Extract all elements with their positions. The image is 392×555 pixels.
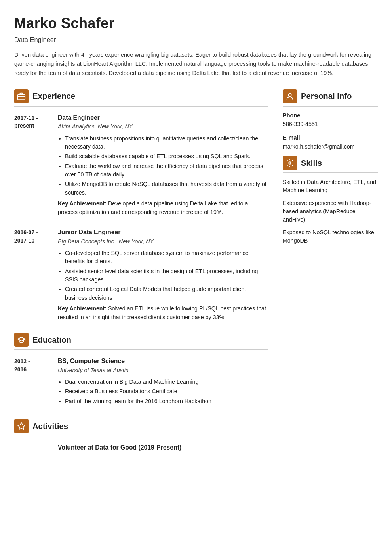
list-item: Build scalable databases capable of ETL …	[65, 152, 268, 161]
list-item: Dual concentration in Big Data and Machi…	[65, 378, 268, 386]
personal-info-header: Personal Info	[283, 89, 378, 103]
skills-title: Skills	[301, 157, 322, 169]
list-item: Assisted senior level data scientists in…	[65, 267, 268, 284]
list-item: Created coherent Logical Data Models tha…	[65, 285, 268, 302]
left-column: Experience 2017-11 - present Data Engine…	[14, 89, 268, 452]
list-item: Utilize MongoDB to create NoSQL database…	[65, 180, 268, 197]
edu1-dates: 2012 - 2016	[14, 356, 58, 408]
email-value: marko.h.schafer@gmail.com	[283, 143, 378, 151]
candidate-summary: Driven data engineer with 4+ years exper…	[14, 50, 378, 78]
phone-label: Phone	[283, 111, 378, 120]
skill-3: Exposed to NoSQL technologies like Mongo…	[283, 228, 378, 245]
experience-section-header: Experience	[14, 89, 268, 103]
education-icon	[14, 333, 29, 347]
skill-2: Extensive experience with Hadoop-based a…	[283, 199, 378, 224]
experience-entry-2: 2016-07 - 2017-10 Junior Data Engineer B…	[14, 228, 268, 322]
svg-rect-0	[18, 94, 25, 100]
skill-1: Skilled in Data Architecture, ETL, and M…	[283, 178, 378, 195]
candidate-name: Marko Schafer	[14, 13, 378, 34]
exp2-dates: 2016-07 - 2017-10	[14, 228, 58, 322]
experience-divider	[14, 106, 268, 107]
personal-info-divider	[283, 106, 378, 107]
edu1-bullets: Dual concentration in Big Data and Machi…	[58, 378, 268, 406]
experience-icon	[14, 89, 29, 103]
education-section-header: Education	[14, 333, 268, 347]
phone-value: 586-339-4551	[283, 120, 378, 128]
personal-info-title: Personal Info	[301, 90, 352, 102]
skills-icon	[283, 156, 297, 170]
activities-icon	[14, 419, 29, 433]
list-item: Received a Business Foundations Certific…	[65, 387, 268, 396]
experience-entry-1: 2017-11 - present Data Engineer Akira An…	[14, 113, 268, 216]
experience-title: Experience	[32, 90, 75, 102]
activity-1-title: Volunteer at Data for Good (2019-Present…	[58, 443, 268, 452]
candidate-title: Data Engineer	[14, 35, 378, 45]
exp2-title: Junior Data Engineer	[58, 228, 268, 237]
edu1-school: University of Texas at Austin	[58, 366, 268, 375]
activities-section-header: Activities	[14, 419, 268, 433]
list-item: Co-developed the SQL server database sys…	[65, 249, 268, 266]
svg-point-5	[289, 162, 291, 164]
svg-point-4	[288, 93, 291, 96]
email-label: E-mail	[283, 134, 378, 142]
exp2-achievement: Key Achievement: Solved an ETL issue whi…	[58, 304, 268, 322]
exp1-bullets: Translate business propositions into qua…	[58, 134, 268, 197]
exp1-achievement: Key Achievement: Developed a data pipeli…	[58, 199, 268, 216]
education-entry-1: 2012 - 2016 BS, Computer Science Univers…	[14, 356, 268, 408]
exp2-company: Big Data Concepts Inc., New York, NY	[58, 237, 268, 246]
skills-header: Skills	[283, 156, 378, 170]
activities-divider	[14, 436, 268, 436]
list-item: Translate business propositions into qua…	[65, 134, 268, 151]
edu1-content: BS, Computer Science University of Texas…	[58, 356, 268, 408]
exp2-bullets: Co-developed the SQL server database sys…	[58, 249, 268, 302]
exp1-content: Data Engineer Akira Analytics, New York,…	[58, 113, 268, 216]
personal-info-icon	[283, 89, 297, 103]
list-item: Part of the winning team for the 2016 Lo…	[65, 397, 268, 406]
skills-divider	[283, 172, 378, 173]
exp1-title: Data Engineer	[58, 113, 268, 122]
right-column: Personal Info Phone 586-339-4551 E-mail …	[283, 89, 378, 249]
svg-marker-3	[18, 423, 25, 429]
edu1-title: BS, Computer Science	[58, 356, 268, 366]
education-divider	[14, 349, 268, 350]
list-item: Evaluate the workflow and increase the e…	[65, 162, 268, 179]
exp1-company: Akira Analytics, New York, NY	[58, 122, 268, 131]
exp1-dates: 2017-11 - present	[14, 113, 58, 216]
activities-title: Activities	[32, 420, 68, 432]
education-title: Education	[32, 334, 71, 346]
exp2-content: Junior Data Engineer Big Data Concepts I…	[58, 228, 268, 322]
